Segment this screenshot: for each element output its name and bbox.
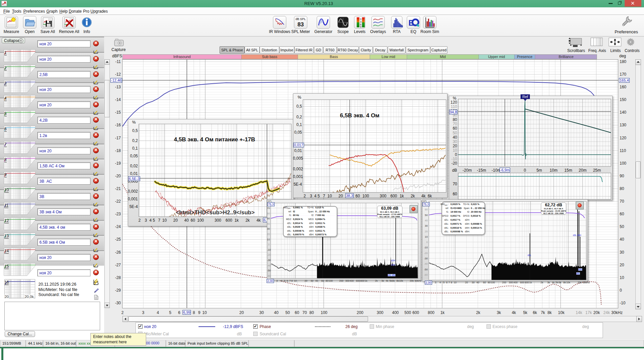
svg-text:9: 9 [360, 25, 362, 28]
svg-text:83: 83 [298, 21, 304, 28]
svg-text:dB SPL: dB SPL [296, 17, 306, 21]
svg-text:Ref: Ref [522, 95, 528, 99]
